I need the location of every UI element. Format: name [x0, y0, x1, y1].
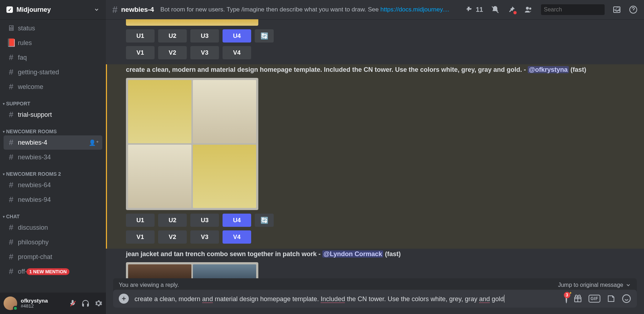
reroll-button[interactable]: 🔄	[255, 214, 274, 227]
variation-v4[interactable]: V4	[223, 230, 251, 244]
svg-point-0	[526, 7, 529, 10]
upscale-u1[interactable]: U1	[126, 29, 155, 43]
upscale-u4[interactable]: U4	[223, 29, 251, 43]
channel-getting-started[interactable]: #getting-started	[4, 65, 102, 79]
hash-icon: #	[7, 110, 15, 119]
add-user-icon[interactable]: 👤⁺	[89, 139, 99, 146]
main-area: # newbies-4 Bot room for new users. Type…	[106, 0, 644, 314]
search-box[interactable]	[541, 4, 605, 15]
channel-name: newbies-4	[121, 6, 154, 14]
variation-v1[interactable]: V1	[126, 46, 155, 59]
channel-faq[interactable]: #faq	[4, 50, 102, 65]
upscale-u2[interactable]: U2	[158, 214, 187, 227]
user-panel: ofkrystyna #4812	[0, 293, 106, 314]
button-row: U1 U2 U3 U4 🔄	[126, 214, 637, 227]
chevron-down-icon: ▾	[3, 130, 5, 134]
jump-to-original[interactable]: Jump to original message	[558, 282, 631, 288]
sparkle-icon: ✦	[569, 291, 572, 295]
gif-button[interactable]: GIF	[589, 295, 601, 303]
status-indicator	[13, 306, 18, 311]
hash-icon: #	[7, 223, 15, 232]
channel-trial-support[interactable]: #trial-support	[4, 108, 102, 122]
channel-rules[interactable]: 📕rules	[4, 36, 102, 50]
channel-sidebar: ✓ Midjourney 🖥status 📕rules #faq #gettin…	[0, 0, 106, 314]
gift-icon[interactable]	[574, 294, 582, 303]
channel-list: 🖥status 📕rules #faq #getting-started #we…	[0, 19, 106, 293]
hash-lock-icon: #	[7, 138, 15, 147]
upscale-u2[interactable]: U2	[158, 29, 187, 43]
username: ofkrystyna	[21, 298, 48, 304]
user-tag: #4812	[21, 304, 48, 309]
sticker-icon[interactable]	[607, 294, 615, 303]
hash-lock-icon: #	[7, 153, 15, 162]
mic-muted-icon[interactable]	[69, 299, 77, 307]
topic-link[interactable]: https://docs.midjourney....	[380, 6, 449, 13]
server-header[interactable]: ✓ Midjourney	[0, 0, 106, 19]
channel-off[interactable]: #off-1 NEW MENTION	[4, 264, 102, 279]
nitro-button[interactable]: 3 ✦	[566, 295, 567, 303]
channel-discussion[interactable]: #discussion	[4, 220, 102, 235]
channel-prompt-chat[interactable]: #prompt-chat	[4, 250, 102, 264]
composer-input[interactable]: create a clean, modern and material desi…	[135, 295, 561, 303]
variation-v2[interactable]: V2	[158, 46, 187, 59]
channel-newbies-34[interactable]: #newbies-34	[4, 150, 102, 164]
variation-v1[interactable]: V1	[126, 230, 155, 244]
hash-icon: #	[7, 267, 15, 276]
variation-v3[interactable]: V3	[190, 230, 219, 244]
button-row: U1 U2 U3 U4 🔄	[126, 29, 637, 43]
channel-newbies-64[interactable]: #newbies-64	[4, 178, 102, 192]
pin-indicator	[513, 11, 517, 14]
user-actions	[69, 299, 102, 307]
hash-icon: #	[7, 238, 15, 247]
message-item: U1 U2 U3 U4 🔄 V1 V2 V3 V4	[106, 19, 644, 64]
channel-newbies-4[interactable]: #newbies-4👤⁺	[4, 135, 102, 150]
members-icon[interactable]	[524, 5, 533, 14]
user-mention[interactable]: @ofkrystyna	[528, 66, 569, 73]
threads-button[interactable]: 11	[466, 5, 483, 14]
category-chat[interactable]: ▾CHAT	[0, 207, 106, 220]
image-attachment[interactable]	[126, 19, 258, 26]
book-icon: 📕	[7, 38, 15, 48]
inbox-icon[interactable]	[613, 5, 621, 14]
pinned-icon[interactable]	[507, 5, 516, 14]
channel-philosophy[interactable]: #philosophy	[4, 235, 102, 249]
attach-button[interactable]: +	[119, 294, 129, 304]
chevron-down-icon: ▾	[3, 172, 5, 176]
headphones-icon[interactable]	[82, 299, 89, 307]
upscale-u3[interactable]: U3	[190, 214, 219, 227]
hash-lock-icon: #	[7, 195, 15, 204]
upscale-u4[interactable]: U4	[223, 214, 251, 227]
message-composer[interactable]: + create a clean, modern and material de…	[113, 290, 637, 308]
category-newcomer[interactable]: ▾NEWCOMER ROOMS	[0, 122, 106, 135]
gear-icon[interactable]	[94, 299, 102, 307]
upscale-u1[interactable]: U1	[126, 214, 155, 227]
hash-lock-icon: #	[7, 180, 15, 190]
variation-v4[interactable]: V4	[223, 46, 251, 59]
channel-newbies-94[interactable]: #newbies-94	[4, 193, 102, 207]
help-icon[interactable]	[629, 5, 638, 14]
svg-point-1	[529, 8, 531, 10]
channel-status[interactable]: 🖥status	[4, 21, 102, 35]
emoji-icon[interactable]	[622, 294, 631, 303]
variation-v2[interactable]: V2	[158, 230, 187, 244]
composer-actions: 3 ✦ GIF	[566, 294, 631, 303]
hash-icon: #	[7, 68, 15, 77]
reply-bar-label: You are viewing a reply.	[119, 282, 179, 288]
category-support[interactable]: ▾SUPPORT	[0, 94, 106, 107]
avatar[interactable]	[4, 296, 17, 310]
hash-icon: #	[7, 252, 15, 261]
user-names[interactable]: ofkrystyna #4812	[21, 298, 48, 309]
search-input[interactable]	[544, 6, 615, 13]
verified-icon: ✓	[6, 6, 13, 13]
image-attachment[interactable]	[126, 78, 258, 210]
channel-welcome[interactable]: #welcome	[4, 80, 102, 94]
channel-topic[interactable]: Bot room for new users. Type /imagine th…	[160, 6, 458, 13]
hash-icon: #	[7, 53, 15, 62]
upscale-u3[interactable]: U3	[190, 29, 219, 43]
variation-v3[interactable]: V3	[190, 46, 219, 59]
category-newcomer-2[interactable]: ▾NEWCOMER ROOMS 2	[0, 165, 106, 178]
reroll-button[interactable]: 🔄	[255, 29, 274, 43]
chevron-down-icon: ▾	[3, 102, 5, 106]
notifications-icon[interactable]	[491, 5, 499, 14]
user-mention[interactable]: @Lyndon Cormack	[322, 250, 383, 258]
